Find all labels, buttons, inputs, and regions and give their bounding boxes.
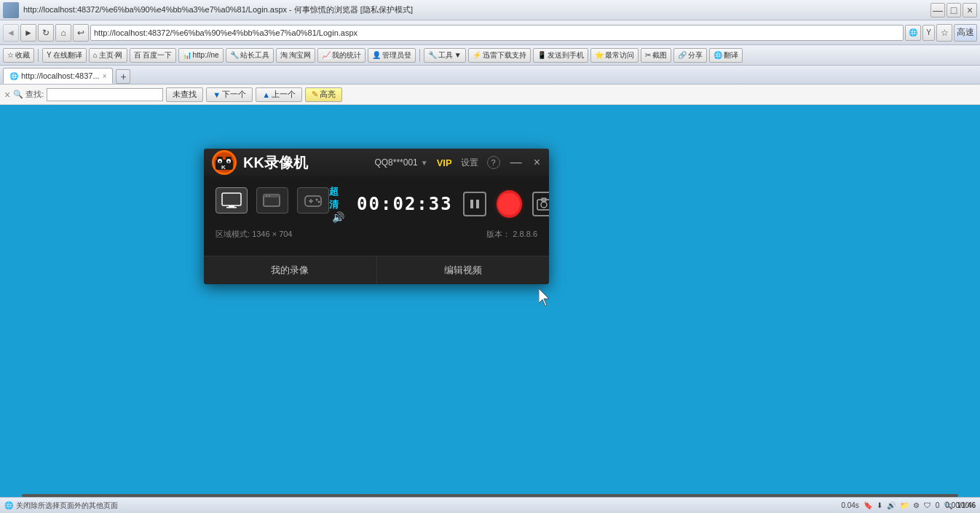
kk-status-row: 区域模式: 980 × 513 版本： 2.8.8.6 bbox=[216, 229, 537, 240]
admin-button[interactable]: 👤 管理员登 bbox=[368, 48, 416, 63]
svg-text:K: K bbox=[221, 164, 226, 171]
kk-quality-label: 超清 🔊 bbox=[329, 185, 347, 223]
home-button[interactable]: ⌂ bbox=[55, 24, 71, 42]
url-bar[interactable]: http://localhost:48372/%e6%ba%90%e4%bb%a… bbox=[90, 25, 904, 41]
svg-point-15 bbox=[266, 195, 267, 197]
kk-settings-button[interactable]: 设置 bbox=[461, 157, 478, 169]
kk-region-info: 区域模式: 980 × 513 bbox=[216, 229, 293, 240]
active-tab[interactable]: 🌐 http://localhost:4837... × bbox=[3, 68, 113, 84]
title-bar-controls: — □ × bbox=[930, 3, 977, 17]
kk-game-mode-button[interactable] bbox=[297, 187, 329, 214]
search-close-button[interactable]: × bbox=[4, 89, 10, 101]
video-time: 0:00/1:46 bbox=[945, 497, 976, 513]
kk-account-label: QQ8***001 ▼ bbox=[374, 157, 427, 168]
svg-point-20 bbox=[316, 199, 318, 201]
translate-button[interactable]: Y 在线翻译 bbox=[42, 48, 87, 63]
kk-bottom-buttons: 我的录像 编辑视频 bbox=[204, 256, 549, 284]
bookmarks-button[interactable]: ☆ 收藏 bbox=[3, 48, 34, 63]
send-mobile-button[interactable]: 📱 发送到手机 bbox=[533, 48, 588, 63]
stats-button[interactable]: 📈 我的统计 bbox=[317, 48, 365, 63]
not-found-label: 未查找 bbox=[166, 87, 203, 102]
browser-status-icon: 🌐 bbox=[4, 501, 13, 509]
kk-edit-video-button[interactable]: 编辑视频 bbox=[377, 256, 550, 284]
window-close-button[interactable]: × bbox=[963, 3, 977, 17]
svg-rect-23 bbox=[476, 200, 479, 208]
nav-icon-2[interactable]: Y bbox=[922, 25, 935, 41]
kk-title-bar: K KK录像机 QQ8***001 ▼ VIP 设置 ? — bbox=[204, 149, 549, 176]
http-button[interactable]: 📊 http://ne bbox=[178, 48, 224, 63]
frequent-button[interactable]: ⭐ 最常访问 bbox=[590, 48, 639, 63]
search-label: 🔍 查找: bbox=[13, 89, 44, 100]
kk-screen-mode-button[interactable] bbox=[216, 187, 248, 214]
status-text: 关闭除所选择页面外的其他页面 bbox=[16, 501, 118, 511]
kk-logo: K bbox=[211, 149, 237, 176]
kk-title-controls: QQ8***001 ▼ VIP 设置 ? — × bbox=[374, 156, 542, 169]
bookmarks-toolbar: ☆ 收藏 Y 在线翻译 ⌂ 主页·网 百 百度一下 📊 http://ne 🔧 … bbox=[0, 45, 980, 66]
status-icon-2: ⬇ bbox=[877, 501, 882, 509]
browser-avatar bbox=[3, 2, 19, 18]
kk-record-button[interactable] bbox=[497, 190, 522, 218]
tools-dropdown[interactable]: 🔧 工具 ▼ bbox=[424, 48, 466, 63]
status-icon-3: 🔊 bbox=[887, 501, 896, 509]
bookmark-button[interactable]: ☆ bbox=[936, 24, 952, 42]
separator-2 bbox=[419, 49, 420, 62]
status-icon-1: 🔖 bbox=[864, 501, 872, 509]
speed-button[interactable]: 高速 bbox=[954, 24, 977, 42]
kk-my-recording-button[interactable]: 我的录像 bbox=[204, 256, 377, 284]
svg-point-16 bbox=[269, 195, 270, 197]
status-time: 0.04s bbox=[841, 501, 858, 509]
search-find-bar: × 🔍 查找: 未查找 ▼ 下一个 ▲ 上一个 ✎ 高亮 bbox=[0, 85, 980, 105]
main-content: K KK录像机 QQ8***001 ▼ VIP 设置 ? — bbox=[0, 105, 980, 426]
sitetools-button[interactable]: 🔧 站长工具 bbox=[226, 48, 274, 63]
kk-mode-icons bbox=[216, 187, 329, 214]
refresh-button[interactable]: ↻ bbox=[38, 24, 54, 42]
status-icon-7: 0 bbox=[936, 501, 940, 509]
nav-icon-1[interactable]: 🌐 bbox=[905, 25, 921, 41]
svg-point-8 bbox=[228, 161, 230, 163]
svg-point-21 bbox=[318, 201, 320, 203]
baidu-button[interactable]: 百 百度一下 bbox=[130, 48, 176, 63]
kk-version-info: 版本： 2.8.8.6 bbox=[486, 229, 537, 240]
kk-timer: 00:02:33 bbox=[357, 194, 453, 214]
kk-close-button[interactable]: × bbox=[532, 156, 542, 169]
kk-help-button[interactable]: ? bbox=[487, 156, 500, 169]
find-prev-button[interactable]: ▲ 上一个 bbox=[256, 87, 302, 102]
title-bar: http://localhost:48372/%e6%ba%90%e4%bb%a… bbox=[0, 0, 980, 20]
kk-app-name: KK录像机 bbox=[243, 153, 368, 173]
title-bar-left: http://localhost:48372/%e6%ba%90%e4%bb%a… bbox=[3, 2, 413, 18]
kuaiche-button[interactable]: ⚡ 迅雷下载支持 bbox=[468, 48, 531, 63]
prev-button[interactable]: ↩ bbox=[73, 24, 89, 42]
find-next-button[interactable]: ▼ 下一个 bbox=[206, 87, 253, 102]
forward-button[interactable]: ► bbox=[20, 24, 36, 42]
home-toolbar-button[interactable]: ⌂ 主页·网 bbox=[89, 48, 127, 63]
kk-minimize-button[interactable]: — bbox=[509, 156, 523, 169]
video-progress-bar[interactable] bbox=[22, 494, 958, 497]
highlight-button[interactable]: ✎ 高亮 bbox=[305, 87, 342, 102]
translate2-button[interactable]: 🌐 翻译 bbox=[709, 48, 743, 63]
search-input[interactable] bbox=[47, 88, 163, 101]
svg-point-7 bbox=[219, 161, 221, 163]
tab-label: http://localhost:4837... bbox=[21, 71, 100, 80]
kk-pause-button[interactable] bbox=[463, 192, 486, 216]
window-minimize-button[interactable]: — bbox=[930, 3, 945, 17]
navigation-bar: ◄ ► ↻ ⌂ ↩ http://localhost:48372/%e6%ba%… bbox=[0, 20, 980, 45]
status-icon-4: 📁 bbox=[900, 501, 909, 509]
screenshot-button[interactable]: ✂ 截图 bbox=[641, 48, 671, 63]
url-text: http://localhost:48372/%e6%ba%90%e4%bb%a… bbox=[94, 28, 357, 37]
status-bar: 🌐 关闭除所选择页面外的其他页面 0.04s 🔖 ⬇ 🔊 📁 ⚙ 🛡 0 🔍 1… bbox=[0, 497, 980, 513]
taobao-button[interactable]: 淘 淘宝网 bbox=[276, 48, 315, 63]
new-tab-button[interactable]: + bbox=[116, 69, 130, 84]
svg-marker-27 bbox=[539, 289, 549, 306]
kk-window-mode-button[interactable] bbox=[256, 187, 288, 214]
kk-body: 超清 🔊 00:02:33 bbox=[204, 176, 549, 256]
kk-middle-row: 超清 🔊 00:02:33 bbox=[216, 185, 537, 223]
svg-rect-12 bbox=[226, 207, 237, 208]
tab-close-button[interactable]: × bbox=[103, 72, 107, 80]
kk-screenshot-button[interactable] bbox=[532, 192, 549, 216]
back-button[interactable]: ◄ bbox=[3, 24, 19, 42]
svg-rect-10 bbox=[222, 193, 241, 205]
kk-vip-badge: VIP bbox=[437, 157, 452, 168]
window-maximize-button[interactable]: □ bbox=[947, 3, 961, 17]
browser-title: http://localhost:48372/%e6%ba%90%e4%bb%a… bbox=[23, 4, 413, 15]
share-button[interactable]: 🔗 分享 bbox=[673, 48, 707, 63]
